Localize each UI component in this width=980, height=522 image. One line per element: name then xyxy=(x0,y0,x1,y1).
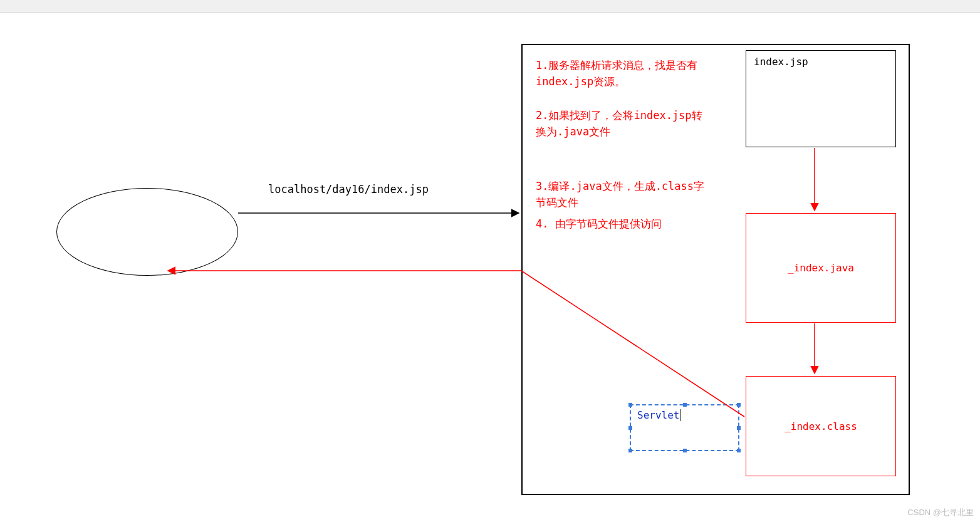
step-4-text: 4. 由字节码文件提供访问 xyxy=(536,216,711,232)
file-class-label: _index.class xyxy=(785,420,857,432)
file-java-box: _index.java xyxy=(746,213,896,323)
step-1-text: 1.服务器解析请求消息，找是否有index.jsp资源。 xyxy=(536,58,711,90)
file-class-box: _index.class xyxy=(746,376,896,476)
file-jsp-box: index.jsp xyxy=(746,50,896,147)
watermark: CSDN @七寻北里 xyxy=(907,507,974,518)
diagram-canvas: 1.服务器解析请求消息，找是否有index.jsp资源。 2.如果找到了，会将i… xyxy=(0,13,980,522)
servlet-label-text: Servlet xyxy=(637,409,679,421)
request-url-label: localhost/day16/index.jsp xyxy=(268,183,429,196)
servlet-label-box[interactable]: Servlet xyxy=(630,404,739,451)
app-titlebar xyxy=(0,0,980,13)
step-3-text: 3.编译.java文件，生成.class字节码文件 xyxy=(536,179,711,211)
file-jsp-label: index.jsp xyxy=(754,56,808,68)
client-ellipse xyxy=(56,188,238,276)
step-2-text: 2.如果找到了，会将index.jsp转换为.java文件 xyxy=(536,108,711,140)
file-java-label: _index.java xyxy=(788,262,854,274)
